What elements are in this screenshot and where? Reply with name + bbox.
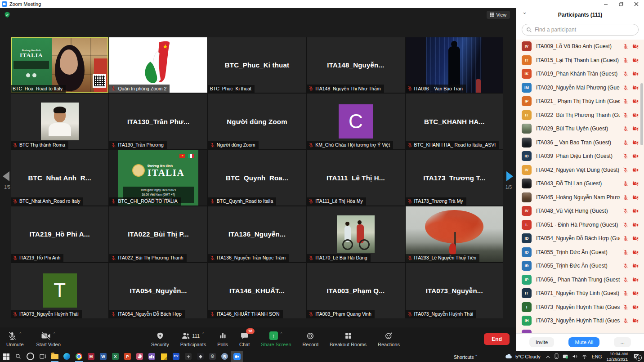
participant-row[interactable]: TITA073_Nguyễn Huỳnh Thái (Guest) <box>516 300 644 314</box>
video-tile[interactable]: BTC_Phuc_Ki thuatBTC_Phuc_Ki thuat <box>208 37 306 93</box>
prev-page-arrow[interactable] <box>3 171 9 181</box>
chevron-up-icon[interactable]: ⌃ <box>18 332 22 336</box>
participant-row[interactable]: ITA036 _ Van Bao Tran (Guest) <box>516 136 644 150</box>
security-button[interactable]: Security <box>151 331 169 347</box>
participant-row[interactable]: IĐITA054_Nguyễn Đỗ Bách Hợp (Guest) <box>516 232 644 246</box>
file-explorer-icon[interactable] <box>49 351 61 362</box>
video-tile[interactable]: BTC_Nhat Anh_R...BTC_Nhat Anh_Road ro It… <box>11 150 108 206</box>
scrollbar-thumb[interactable] <box>640 83 643 145</box>
tray-wifi-icon[interactable] <box>581 353 587 361</box>
mute-all-button[interactable]: Mute All <box>568 337 599 347</box>
purple-app-icon[interactable] <box>146 351 158 362</box>
video-tile[interactable]: CKM_Chú Cháu Hội tương trợ Ý Việt <box>307 94 404 149</box>
participant-row[interactable]: IPITA021_ Phạm Thị Thùy Linh (Guest) <box>516 94 644 108</box>
shortcuts-expand-icon[interactable]: » <box>475 353 477 358</box>
video-tile[interactable]: ITA003_Phạm Q...ITA003_Phạm Quang Vinh <box>307 263 404 318</box>
video-tile[interactable]: ITA146_KHUẤT...ITA146_KHUẤT THANH SƠN <box>208 263 306 318</box>
video-tile[interactable]: BTC Thụ thành Roma <box>11 94 108 149</box>
shortcuts-toolbar[interactable]: Shortcuts» <box>454 353 477 360</box>
video-tile[interactable]: Quản trị phòng Zoom 2 <box>109 37 207 93</box>
more-options-button[interactable]: ... <box>614 337 631 347</box>
start-video-button[interactable]: ⌃Start Video <box>36 331 61 347</box>
video-tile[interactable]: ITA170_Lê Bùi Hải Đăng <box>307 206 404 262</box>
chevron-up-icon[interactable]: ⌃ <box>53 332 56 336</box>
participant-row[interactable]: ITITA022_Bùi Thị Phương Thanh (Guest) <box>516 108 644 122</box>
participants-button[interactable]: 111⌃Participants <box>180 331 206 347</box>
panel-collapse-chevron-icon[interactable]: ⌄ <box>522 9 527 15</box>
video-tile[interactable]: ITA233_Lê Nguyễn Thuỷ Tiên <box>406 206 503 262</box>
r-app-icon[interactable]: R <box>219 351 231 362</box>
zoom-taskbar-icon[interactable] <box>231 351 243 362</box>
participant-row[interactable] <box>516 328 644 334</box>
excel-icon[interactable]: X <box>109 351 121 362</box>
end-button[interactable]: End <box>484 333 510 345</box>
edge-icon[interactable] <box>61 351 73 362</box>
chrome-icon[interactable] <box>73 351 85 362</box>
tray-expand-chevron-icon[interactable] <box>546 354 550 359</box>
participant-row[interactable]: IĐITA055_Trịnh Đức Ân (Guest) <box>516 259 644 273</box>
video-tile[interactable]: ITA136_Nguyễn...ITA136_Nguyễn Trần Ngọc … <box>208 206 306 262</box>
participant-row[interactable]: IMITA020_Nguyễn Mai Phương (Guest) <box>516 81 644 95</box>
unmute-button[interactable]: ⌃Unmute <box>6 331 24 347</box>
sticky-notes-icon[interactable] <box>158 351 170 362</box>
video-tile[interactable]: BTC_Quynh_Roa...BTC_Quynh_Road to Italia <box>208 150 306 206</box>
breakout-rooms-button[interactable]: Breakout Rooms <box>330 331 367 347</box>
chat-button[interactable]: 18Chat <box>239 331 250 347</box>
video-tile[interactable]: ITA073_Nguyễn...ITA073_Nguyễn Huỳnh Thái <box>406 263 503 318</box>
minimize-button[interactable] <box>598 0 613 8</box>
dark-star-app-icon[interactable] <box>182 351 194 362</box>
participant-row[interactable]: ITA029_Bùi Thu Uyên (Guest) <box>516 122 644 136</box>
video-tile[interactable]: ★ Đường lên đỉnhITALIA Thời gian: ngày 2… <box>109 150 207 206</box>
task-view-icon[interactable] <box>36 351 49 362</box>
polls-button[interactable]: Polls <box>217 331 228 347</box>
meeting-security-shield-icon[interactable] <box>4 11 11 20</box>
participant-row[interactable]: ITA043_Đỗ Thị Lan (Guest) <box>516 177 644 191</box>
tray-volume-icon[interactable] <box>572 353 578 361</box>
video-tile[interactable]: ITA130_Trần Phư...ITA130_Trần Phương <box>109 94 207 149</box>
tray-security-icon[interactable] <box>563 353 568 361</box>
participant-row[interactable]: IVITA042_Nguyễn Việt Dũng (Guest) <box>516 163 644 177</box>
video-tile[interactable]: Người dùng ZoomNgười dùng Zoom <box>208 94 306 149</box>
participant-row[interactable]: ITITA015_Lại Thị Thanh Lan (Guest) <box>516 54 644 67</box>
video-tile[interactable]: ITA022_Bùi Thị P...ITA022_Bùi Thị Phương… <box>109 206 207 262</box>
participant-row[interactable]: IVITA009_Lỗ Võ Bảo Anh (Guest) <box>516 40 644 54</box>
language-indicator[interactable]: ENG <box>592 354 602 359</box>
start-button[interactable] <box>0 351 12 362</box>
diamond-app-icon[interactable] <box>194 351 206 362</box>
weather-widget[interactable]: 5°C Cloudy <box>505 353 541 360</box>
search-icon[interactable] <box>12 351 24 362</box>
participant-row[interactable]: I-ITA051 - Đinh Hà Phương (Guest) <box>516 218 644 232</box>
participant-row[interactable]: IHITA073_Nguyễn Huỳnh Thái (Guest) <box>516 314 644 328</box>
invite-button[interactable]: Invite <box>529 337 555 347</box>
participant-row[interactable]: IPITA056_ Phan Thành Trung (Guest) <box>516 273 644 287</box>
video-tile[interactable]: ITA036 _ Van Bao Tran <box>406 37 503 93</box>
video-tile[interactable]: TITA073_Nguyễn Huỳnh Thái <box>11 263 108 318</box>
dtv-app-icon[interactable]: DTV <box>170 351 182 362</box>
taskbar-clock[interactable]: 10:04 AM 12/26/2021 <box>606 351 628 362</box>
tray-phone-icon[interactable] <box>554 353 559 361</box>
pie-app-icon[interactable] <box>134 351 146 362</box>
cortana-icon[interactable] <box>24 351 36 362</box>
gear-app-icon[interactable]: ⚙ <box>206 351 219 362</box>
video-tile[interactable]: Đường lên đỉnh ITALIA BTC_Hoa_Road to It… <box>11 37 108 93</box>
find-participant-input[interactable] <box>522 24 639 36</box>
participant-row[interactable]: IKITA019_Phan Khánh Trân (Guest) <box>516 67 644 81</box>
chevron-up-icon[interactable]: ⌃ <box>201 332 205 336</box>
reactions-button[interactable]: Reactions <box>378 331 400 347</box>
participant-row[interactable]: IĐITA055_Trịnh Đức Ân (Guest) <box>516 246 644 259</box>
video-tile[interactable]: BTC_KHANH HA...BTC_KHANH HA_ Road to Ita… <box>406 94 503 149</box>
share-screen-button[interactable]: ↑⌃Share Screen <box>261 331 291 347</box>
participant-row[interactable]: IDITA039_Phan Diệu Linh (Guest) <box>516 149 644 163</box>
close-button[interactable] <box>629 0 644 8</box>
video-tile[interactable]: ITA111_Lê Thị H...ITA111_Lê Thị Hòa My <box>307 150 404 206</box>
maximize-button[interactable] <box>613 0 629 8</box>
participant-row[interactable]: IVITA048_Vũ Việt Hưng (Guest) <box>516 204 644 218</box>
video-tile[interactable]: ITA173_Trương T...ITA173_Trương Trà My <box>406 150 503 206</box>
mendeley-icon[interactable]: M <box>85 351 97 362</box>
video-tile[interactable]: ITA219_Hồ Phi A...ITA219_Hồ Phi Anh <box>11 206 108 262</box>
view-button[interactable]: View <box>487 11 510 19</box>
participant-row[interactable]: ITA045_Hoàng Nguyễn Nam Phương (Guest) <box>516 191 644 205</box>
chevron-up-icon[interactable]: ⌃ <box>280 332 283 336</box>
notification-center-icon[interactable]: 1 <box>633 353 640 359</box>
record-button[interactable]: Record <box>303 331 318 347</box>
